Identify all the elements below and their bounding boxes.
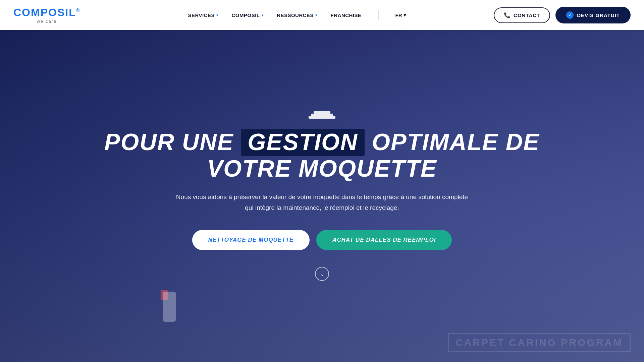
check-icon: ✓ xyxy=(566,11,574,19)
nav-language[interactable]: FR ▾ xyxy=(395,12,406,18)
nav-right: 📞 CONTACT ✓ DEVIS GRATUIT xyxy=(494,7,631,23)
achat-button[interactable]: ACHAT DE DALLES DE RÉEMPLOI xyxy=(316,230,452,250)
layer-bar-3 xyxy=(309,116,335,119)
contact-button[interactable]: 📞 CONTACT xyxy=(494,7,550,23)
nav-divider xyxy=(378,10,379,20)
watermark: CARPET CARING PROGRAM xyxy=(448,333,631,352)
brand-tagline: we care xyxy=(13,19,80,24)
nav-franchise[interactable]: FRANCHISE xyxy=(331,12,362,18)
chevron-down-icon: ▾ xyxy=(216,13,218,17)
logo[interactable]: COMPOSIL® we care xyxy=(13,6,80,24)
chevron-down-icon: ▾ xyxy=(404,12,406,18)
spray-bottle-decoration xyxy=(161,282,178,322)
scroll-down-button[interactable]: ⌄ xyxy=(315,267,329,281)
hero-buttons: NETTOYAGE DE MOQUETTE ACHAT DE DALLES DE… xyxy=(192,230,452,250)
hero-subtitle: Nous vous aidons à préserver la valeur d… xyxy=(171,192,473,214)
chevron-down-icon: ▾ xyxy=(315,13,317,17)
brand-name: COMPOSIL® xyxy=(13,6,80,19)
layers-icon xyxy=(309,111,335,119)
devis-button[interactable]: ✓ DEVIS GRATUIT xyxy=(555,7,631,23)
navbar: COMPOSIL® we care SERVICES ▾ COMPOSIL ▾ … xyxy=(0,0,644,30)
nettoyage-button[interactable]: NETTOYAGE DE MOQUETTE xyxy=(192,230,310,250)
nav-ressources[interactable]: RESSOURCES ▾ xyxy=(277,12,317,18)
nav-services[interactable]: SERVICES ▾ xyxy=(188,12,218,18)
hero-title: POUR UNE GESTION OPTIMALE DE VOTRE MOQUE… xyxy=(87,129,557,182)
hero-section: COMPOSIL® we care SERVICES ▾ COMPOSIL ▾ … xyxy=(0,0,644,362)
chevron-down-icon: ⌄ xyxy=(320,270,325,278)
nav-links: SERVICES ▾ COMPOSIL ▾ RESSOURCES ▾ FRANC… xyxy=(100,10,494,20)
chevron-down-icon: ▾ xyxy=(262,13,264,17)
phone-icon: 📞 xyxy=(504,12,511,18)
spray-body xyxy=(163,292,176,322)
nav-composil[interactable]: COMPOSIL ▾ xyxy=(232,12,264,18)
